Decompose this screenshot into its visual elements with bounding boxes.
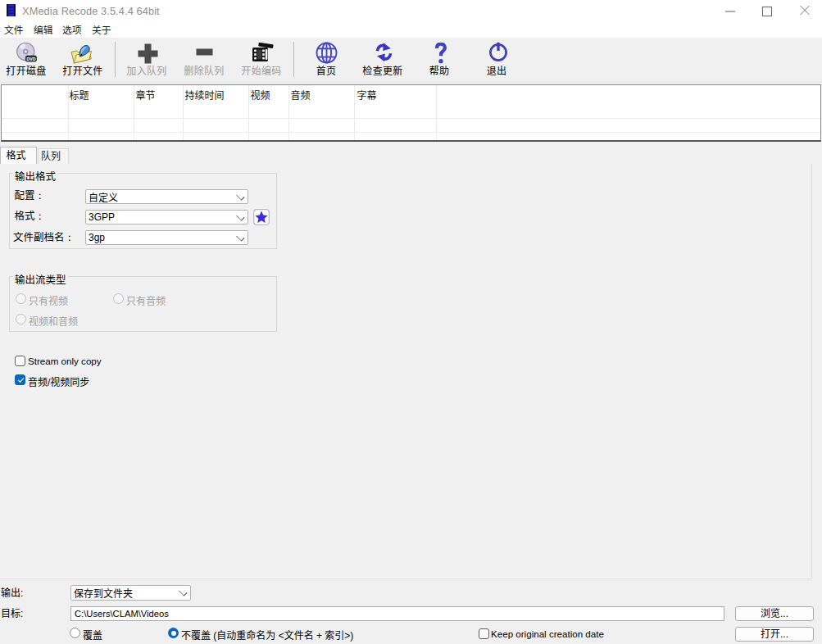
svg-text:DVD: DVD: [26, 57, 35, 61]
